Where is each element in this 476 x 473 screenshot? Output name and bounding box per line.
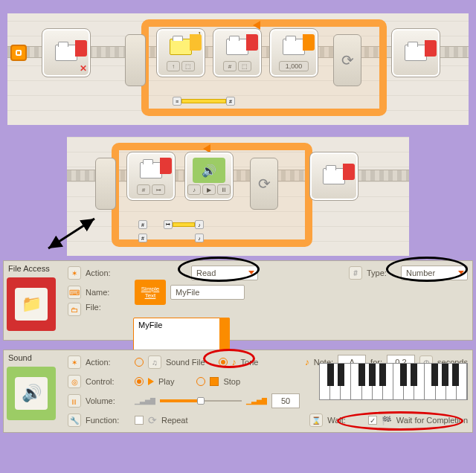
action-row-icon: ✶ [68, 266, 81, 280]
wait-timer-block[interactable]: 1,000 [269, 28, 318, 77]
file-row-icon: 🗀 [68, 303, 81, 316]
loop-start-cap[interactable] [125, 34, 146, 86]
file-access-panel: File Access 📁 ✶ Action: Read # Type: Num… [3, 260, 473, 341]
file-close-block[interactable] [391, 28, 440, 77]
simple-text-button[interactable]: SimpleText [135, 280, 166, 305]
volume-slider[interactable] [160, 396, 242, 405]
name-label: Name: [86, 288, 130, 297]
name-row-icon: ⌨ [68, 286, 81, 299]
control-row-icon: ◎ [68, 375, 81, 388]
file-label: File: [86, 303, 130, 312]
timer-value: 1,000 [279, 61, 309, 71]
file-icon [399, 40, 432, 65]
play-icon [148, 378, 154, 385]
data-wire [181, 99, 226, 103]
soundfile-icon: ♫ [148, 355, 161, 369]
file-icon [135, 158, 167, 183]
speaker-icon: 🔊 [15, 377, 48, 410]
file-icon [318, 164, 350, 189]
stop-icon [210, 377, 219, 386]
wait-label: Wait: [327, 416, 346, 425]
repeat-label: Repeat [161, 416, 187, 425]
file-access-block-thumb: 📁 [7, 277, 56, 331]
sensor-icon [164, 34, 197, 59]
loop-end-cycle[interactable]: ⟳ [333, 34, 361, 86]
note-icon: ♪ [305, 357, 309, 367]
data-hub-out-num[interactable]: # [138, 220, 147, 229]
timer-icon [277, 34, 310, 59]
file-read-block[interactable]: #↦ [126, 152, 176, 201]
wait-checkbox[interactable]: ✓ [368, 416, 377, 425]
file-close-block-2[interactable] [309, 152, 358, 201]
file-list[interactable]: MyFile [133, 318, 230, 353]
delete-x-icon: ✕ [80, 63, 87, 74]
file-delete-block[interactable]: ✕ [42, 28, 91, 77]
function-row-icon: 🔧 [68, 414, 81, 427]
opt-play: Play [158, 377, 174, 386]
name-textbox[interactable]: MyFile [170, 285, 245, 300]
program-strip-2: #↦ 🔊 ♪▶⫼ ⟳ # ↦ ♪ # ♪ [67, 137, 409, 256]
data-hub-in-note[interactable]: ♪ [195, 220, 204, 229]
loop-end-cycle[interactable]: ⟳ [250, 158, 278, 210]
wait-icon: ⌛ [309, 414, 323, 427]
file-list-scrollbar[interactable] [219, 318, 230, 353]
volume-value[interactable]: 50 [271, 393, 300, 408]
type-label: Type: [367, 268, 396, 277]
action-label: Action: [86, 358, 130, 367]
data-hub-out-arrow[interactable]: ↦ [164, 220, 173, 229]
checkered-flag-icon: 🏁 [382, 416, 392, 425]
data-hub-out[interactable]: ≡ [173, 97, 181, 106]
folder-icon: 📁 [15, 288, 48, 321]
volume-row-icon: ⫼ [68, 394, 81, 408]
svg-line-0 [48, 219, 94, 248]
loop-start-cap[interactable] [95, 158, 116, 210]
sensor-block[interactable]: 1 ↑⬚ [156, 28, 205, 77]
radio-tone[interactable] [219, 358, 228, 367]
control-label: Control: [86, 377, 130, 386]
action-row-icon: ✶ [68, 355, 81, 369]
file-write-block[interactable]: #⬚ [213, 28, 262, 77]
type-row-icon: # [349, 266, 362, 280]
file-icon [50, 40, 83, 65]
opt-soundfile: Sound File [166, 358, 205, 367]
data-hub-in[interactable]: # [226, 97, 235, 106]
action-label: Action: [86, 268, 130, 277]
tone-icon: ♪ [232, 357, 237, 367]
program-strip-1: ✕ 1 ↑⬚ #⬚ 1,000 ⟳ ≡ # [7, 13, 469, 125]
opt-tone: Tone [241, 358, 259, 367]
vol-bars-icon-r: ▁▃▅▇ [246, 397, 267, 405]
type-dropdown[interactable]: Number [401, 266, 468, 280]
action-dropdown[interactable]: Read [191, 266, 258, 280]
data-wire [173, 222, 195, 227]
piano-keyboard[interactable] [319, 363, 468, 400]
file-icon [221, 34, 254, 59]
data-hub-row2[interactable]: # [138, 234, 147, 242]
repeat-icon: ⟳ [148, 414, 157, 426]
wait-completion-label: Wait for Completion [396, 416, 468, 425]
vol-bars-icon: ▁▃▅▇ [135, 397, 155, 405]
start-peg[interactable] [10, 45, 27, 61]
sound-panel: Sound 🔊 ✶ Action: ♫ Sound File ♪ Tone ♪ … [3, 350, 473, 433]
function-label: Function: [86, 416, 130, 425]
data-hub-row2b[interactable]: ♪ [195, 234, 204, 242]
repeat-checkbox[interactable] [135, 416, 144, 425]
sound-block-thumb: 🔊 [7, 367, 56, 420]
radio-soundfile[interactable] [135, 358, 144, 367]
opt-stop: Stop [223, 377, 240, 386]
sound-play-block[interactable]: 🔊 ♪▶⫼ [184, 152, 234, 201]
radio-play[interactable] [135, 377, 144, 386]
sound-icon: 🔊 [193, 158, 225, 183]
annotation-arrow [41, 216, 100, 253]
volume-label: Volume: [86, 396, 130, 405]
radio-stop[interactable] [196, 377, 205, 386]
